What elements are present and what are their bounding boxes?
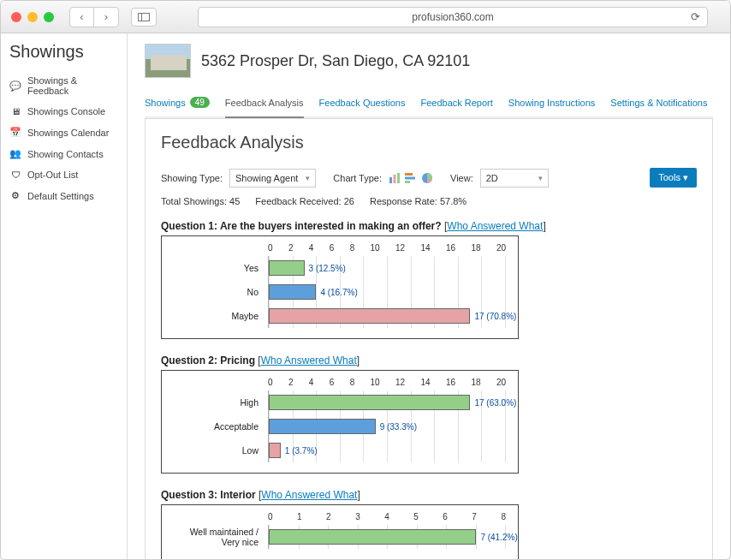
tab-label: Feedback Analysis [225, 98, 304, 108]
comment-icon: 💬 [9, 80, 21, 92]
refresh-icon[interactable]: ⟳ [691, 10, 700, 23]
bar: 7 (41.2%) [269, 529, 476, 545]
url-bar[interactable]: profusion360.com ⟳ [198, 7, 708, 27]
property-photo [145, 44, 191, 78]
bar-area: Yes3 (12.5%)No4 (16.7%)Maybe17 (70.8%) [268, 256, 506, 328]
tab-feedback-analysis[interactable]: Feedback Analysis [225, 90, 304, 118]
who-answered-link[interactable]: Who Answered What [447, 220, 543, 232]
bar: 1 (3.7%) [269, 443, 281, 458]
sidebar-item-showing-contacts[interactable]: 👥Showing Contacts [1, 143, 127, 164]
tab-showings[interactable]: Showings49 [145, 90, 210, 118]
who-answered-link[interactable]: Who Answered What [261, 354, 357, 366]
sidebar-item-label: Showings & Feedback [27, 75, 118, 96]
bar-value-label: 7 (41.2%) [480, 533, 517, 542]
column-chart-icon[interactable] [405, 172, 417, 184]
url-text: profusion360.com [412, 11, 493, 23]
chart-box: 02468101214161820Yes3 (12.5%)No4 (16.7%)… [161, 235, 519, 339]
minimize-window-icon[interactable] [27, 12, 38, 22]
bar-category-label: Maybe [175, 311, 264, 321]
bar-row: No4 (16.7%) [269, 280, 506, 304]
controls-row: Showing Type: Showing Agent Chart Type: … [161, 168, 697, 188]
nav-buttons: ‹ › [69, 7, 119, 27]
bar-value-label: 17 (63.0%) [474, 398, 516, 408]
question-title: Question 1: Are the buyers interested in… [161, 220, 697, 232]
bar-category-label: High [175, 397, 264, 408]
chart-type-label: Chart Type: [333, 173, 382, 183]
forward-button[interactable]: › [94, 8, 118, 27]
tab-label: Settings & Notifications [610, 98, 707, 108]
calendar-icon: 📅 [9, 127, 21, 138]
sidebar-toggle-button[interactable] [131, 8, 157, 27]
sidebar-item-label: Showing Contacts [27, 149, 104, 159]
browser-chrome: ‹ › profusion360.com ⟳ [1, 1, 730, 33]
feedback-received: Feedback Received: 26 [255, 196, 354, 206]
bar-row: High17 (63.0%) [269, 390, 506, 414]
desktop-icon: 🖥 [9, 106, 21, 116]
sidebar-item-default-settings[interactable]: ⚙Default Settings [1, 185, 127, 206]
x-axis-labels: 012345678 [268, 512, 506, 521]
bar-row: Maybe17 (70.8%) [269, 304, 506, 328]
sidebar-item-showings-calendar[interactable]: 📅Showings Calendar [1, 122, 127, 143]
sidebar-item-showings-feedback[interactable]: 💬Showings & Feedback [1, 70, 127, 101]
question-block-3: Question 3: Interior [Who Answered What]… [161, 489, 697, 559]
svg-rect-4 [397, 173, 400, 183]
back-button[interactable]: ‹ [70, 8, 94, 27]
showing-type-label: Showing Type: [161, 173, 223, 183]
bar-row: Yes3 (12.5%) [269, 256, 506, 280]
tab-label: Feedback Questions [319, 98, 406, 108]
browser-window: ‹ › profusion360.com ⟳ Showings 💬Showing… [0, 0, 731, 560]
tab-label: Showing Instructions [508, 98, 596, 108]
app-body: Showings 💬Showings & Feedback🖥Showings C… [1, 33, 730, 559]
sidebar-item-label: Opt-Out List [27, 170, 78, 180]
sidebar-title: Showings [1, 42, 127, 70]
users-icon: 👥 [9, 148, 21, 159]
who-answered-link[interactable]: Who Answered What [261, 489, 357, 501]
svg-rect-7 [405, 181, 410, 183]
bar-row: Low1 (3.7%) [269, 438, 506, 462]
maximize-window-icon[interactable] [44, 12, 54, 22]
tab-showing-instructions[interactable]: Showing Instructions [508, 90, 596, 118]
traffic-lights [11, 12, 54, 22]
close-window-icon[interactable] [11, 12, 21, 22]
sidebar-item-label: Default Settings [27, 191, 94, 201]
bar-row: Acceptable9 (33.3%) [269, 414, 506, 438]
bar-category-label: Acceptable [175, 421, 264, 432]
showing-type-select[interactable]: Showing Agent [229, 169, 316, 188]
chart-box: 02468101214161820High17 (63.0%)Acceptabl… [161, 370, 519, 474]
bar: 4 (16.7%) [269, 284, 316, 300]
tab-settings-notifications[interactable]: Settings & Notifications [610, 90, 707, 118]
question-block-2: Question 2: Pricing [Who Answered What]0… [161, 354, 697, 474]
svg-rect-3 [394, 175, 396, 183]
x-axis-labels: 02468101214161820 [268, 243, 506, 253]
sidebar-item-showings-console[interactable]: 🖥Showings Console [1, 101, 127, 122]
bar-category-label: Low [175, 445, 264, 456]
svg-rect-6 [405, 176, 415, 179]
bar-value-label: 3 (12.5%) [309, 264, 346, 273]
response-rate: Response Rate: 57.8% [370, 196, 467, 206]
tab-feedback-questions[interactable]: Feedback Questions [319, 90, 406, 118]
sidebar-item-opt-out-list[interactable]: 🛡Opt-Out List [1, 164, 127, 185]
x-axis-labels: 02468101214161820 [268, 378, 506, 387]
bar-value-label: 4 (16.7%) [320, 288, 357, 297]
svg-rect-2 [389, 177, 392, 183]
main-content: 5362 Prosper Dr, San Diego, CA 92101 Sho… [128, 33, 730, 559]
bar-chart-icon[interactable] [389, 172, 401, 184]
bar-category-label: Yes [175, 263, 264, 273]
stats-row: Total Showings: 45 Feedback Received: 26… [161, 196, 697, 206]
question-title: Question 3: Interior [Who Answered What] [161, 489, 697, 501]
tab-feedback-report[interactable]: Feedback Report [420, 90, 492, 118]
property-address: 5362 Prosper Dr, San Diego, CA 92101 [201, 52, 470, 70]
page-title: Feedback Analysis [161, 133, 697, 152]
total-showings: Total Showings: 45 [161, 196, 240, 206]
bar: 9 (33.3%) [269, 419, 376, 434]
feedback-section: Feedback Analysis Showing Type: Showing … [145, 118, 713, 559]
chart-type-icons [389, 172, 433, 184]
tab-label: Showings [145, 98, 186, 108]
tools-button[interactable]: Tools ▾ [650, 168, 697, 188]
bar-value-label: 1 (3.7%) [285, 446, 318, 456]
tab-label: Feedback Report [420, 98, 492, 108]
view-select[interactable]: 2D [480, 169, 549, 188]
bar-area: High17 (63.0%)Acceptable9 (33.3%)Low1 (3… [268, 390, 506, 462]
bar: 17 (70.8%) [269, 308, 470, 324]
pie-chart-icon[interactable] [421, 172, 433, 184]
